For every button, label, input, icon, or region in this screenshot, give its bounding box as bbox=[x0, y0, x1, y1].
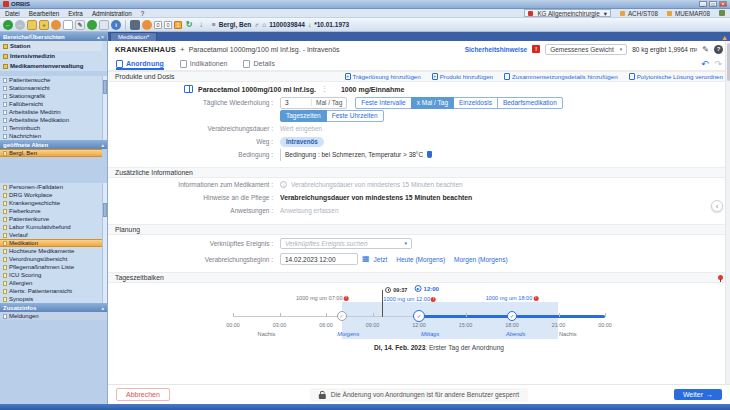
sidebar-item-patientensuche[interactable]: Patientensuche bbox=[0, 76, 102, 84]
sidebar-item-fieberkurve[interactable]: Fieberkurve bbox=[0, 207, 102, 215]
panel-collapse-icon[interactable]: ▴ × bbox=[97, 34, 104, 40]
sidebar-item-pflegemassnahmen-liste[interactable]: Pflegemaßnahmen Liste bbox=[0, 263, 102, 271]
mode-feste-uhrzeiten-button[interactable]: Feste Uhrzeiten bbox=[326, 110, 384, 122]
folder-new-icon[interactable]: + bbox=[39, 20, 49, 30]
dose-marker-1800[interactable]: ✓ bbox=[507, 311, 517, 321]
sidebar-item-alerts-patientenansicht[interactable]: Alerts: Patientenansicht bbox=[0, 287, 102, 295]
dose-marker-1200[interactable]: ✓ bbox=[413, 310, 425, 322]
sidebar-item-patientenkurve[interactable]: Patientenkurve bbox=[0, 215, 102, 223]
add-carrier-solution-button[interactable]: +Trägerlösung hinzufügen bbox=[345, 73, 421, 80]
download-icon[interactable]: ↓ bbox=[196, 20, 206, 30]
department-select[interactable]: KG Allgemeinchirurgie ▾ bbox=[524, 9, 610, 17]
sidebar-item-stationsgrafik[interactable]: Stationsgrafik bbox=[0, 92, 102, 100]
sidebar-item-drg-workplace[interactable]: DRG Workplace bbox=[0, 191, 102, 199]
sidebar-item-verlauf[interactable]: Verlauf bbox=[0, 231, 102, 239]
folder-open-icon[interactable] bbox=[27, 20, 37, 30]
counter-badge-2[interactable]: 0 bbox=[164, 21, 172, 29]
workstation-icon[interactable] bbox=[130, 20, 140, 30]
collapse-panel-button[interactable]: ‹ bbox=[711, 200, 723, 212]
mode-tageszeiten-button[interactable]: Tageszeiten bbox=[280, 110, 327, 122]
tab-indikationen[interactable]: Indikationen bbox=[180, 57, 228, 70]
linked-event-select[interactable]: Verknüpftes Ereignis suchen ▾ bbox=[280, 238, 412, 249]
menu-help[interactable]: ? bbox=[141, 10, 145, 17]
tab-anordnung[interactable]: Anordnung bbox=[116, 57, 164, 70]
menu-administration[interactable]: Administration bbox=[92, 10, 132, 17]
help-icon[interactable]: ? bbox=[714, 45, 723, 54]
print-icon[interactable] bbox=[99, 20, 109, 30]
sidebar-item-verordnungsuebersicht[interactable]: Verordnungsübersicht bbox=[0, 255, 102, 263]
dose-warning-icon[interactable]: ! bbox=[431, 297, 436, 302]
team-icon[interactable] bbox=[142, 20, 152, 30]
weight-mode-select[interactable]: Gemessenes Gewicht ▾ bbox=[545, 44, 627, 55]
sidebar-item-arbeitsliste-medizin[interactable]: Arbeitsliste Medizin bbox=[0, 108, 102, 116]
sidebar-item-labor-kumulativbefund[interactable]: Labor Kumulativbefund bbox=[0, 223, 102, 231]
instructions-input[interactable]: Anweisung erfassen bbox=[280, 207, 339, 214]
sidebar-item-personen-falldaten[interactable]: Personen-/Falldaten bbox=[0, 183, 102, 191]
mode-bedarfsmedikation-button[interactable]: Bedarfsmedikation bbox=[497, 97, 563, 109]
menu-extra[interactable]: Extra bbox=[68, 10, 83, 17]
sidebar-open-files-header[interactable]: geöffnete Akten ▴ bbox=[0, 140, 107, 149]
refresh-icon[interactable]: ↻ bbox=[184, 20, 194, 30]
sidebar-item-meldungen[interactable]: Meldungen bbox=[0, 312, 102, 320]
patient-search-icon[interactable] bbox=[51, 20, 61, 30]
cancel-button[interactable]: Abbrechen bbox=[116, 388, 170, 401]
route-chip[interactable]: Intravenös bbox=[280, 137, 324, 147]
pin-icon[interactable] bbox=[718, 275, 723, 280]
open-file-bergl-ben[interactable]: Bergl, Ben bbox=[0, 149, 102, 157]
panel-collapse-icon[interactable]: ▴ bbox=[101, 305, 104, 311]
sidebar-item-krankengeschichte[interactable]: Krankengeschichte bbox=[0, 199, 102, 207]
edit-document-icon[interactable]: ✎ bbox=[75, 20, 85, 30]
sidebar-item-stationsansicht[interactable]: Stationsansicht bbox=[0, 84, 102, 92]
info-icon[interactable]: i bbox=[111, 20, 121, 30]
sidebar-item-falluebersicht[interactable]: Fallübersicht bbox=[0, 100, 102, 108]
duration-input[interactable]: Wert eingeben bbox=[280, 125, 322, 132]
sidebar-item-intensivmedizin[interactable]: Intensivmedizin bbox=[0, 51, 102, 61]
sidebar-areas-header[interactable]: Bereiche/Übersichten ▴ × bbox=[0, 32, 107, 41]
sidebar-item-nachrichten[interactable]: Nachrichten bbox=[0, 132, 102, 140]
back-icon[interactable]: ← bbox=[3, 20, 13, 30]
sidebar-item-medikation[interactable]: Medikation bbox=[0, 239, 102, 247]
start-tomorrow-morning-link[interactable]: Morgen (Morgens) bbox=[454, 256, 507, 263]
start-datetime-input[interactable]: 14.02.2023 12:00 bbox=[280, 253, 358, 265]
sidebar-extra-header[interactable]: Zusatzinfos ▴ bbox=[0, 303, 107, 312]
calendar-icon[interactable]: ▦ bbox=[362, 255, 370, 263]
clock-icon[interactable] bbox=[87, 20, 97, 30]
redo-icon[interactable]: ↷ bbox=[714, 59, 722, 69]
next-button[interactable]: Weiter→ bbox=[674, 389, 722, 400]
panel-collapse-icon[interactable]: ▴ bbox=[101, 142, 104, 148]
new-document-icon[interactable] bbox=[63, 20, 73, 30]
dose-warning-icon[interactable]: ! bbox=[533, 296, 538, 301]
mode-feste-intervalle-button[interactable]: Feste Intervalle bbox=[355, 97, 411, 109]
add-composition-details-button[interactable]: Zusammensetzungsdetails hinzufügen bbox=[504, 73, 618, 80]
sidebar-item-station[interactable]: Station bbox=[0, 41, 102, 51]
tab-details[interactable]: Details bbox=[243, 57, 274, 70]
counter-badge-3[interactable]: 1 bbox=[174, 21, 182, 29]
mode-x-mal-tag-button[interactable]: x Mal / Tag bbox=[411, 97, 454, 109]
safety-alert-icon[interactable]: ! bbox=[532, 45, 540, 53]
counter-badge-1[interactable]: 0 bbox=[154, 21, 162, 29]
sidebar-item-icu-scoring[interactable]: ICU Scoring bbox=[0, 271, 102, 279]
key-icon[interactable] bbox=[719, 10, 725, 16]
user-indicator[interactable]: MUEMAR08 bbox=[667, 10, 710, 17]
menu-datei[interactable]: Datei bbox=[5, 10, 20, 17]
dose-marker-0700[interactable]: ✓ bbox=[337, 311, 347, 321]
condition-input[interactable]: Bedingung : bei Schmerzen, Temperatur > … bbox=[280, 149, 423, 161]
sidebar-item-hochteure-medikamente[interactable]: Hochteure Medikamente bbox=[0, 247, 102, 255]
start-today-morning-link[interactable]: Heute (Morgens) bbox=[396, 256, 445, 263]
minimize-button[interactable]: _ bbox=[699, 1, 707, 7]
mode-einzeldosis-button[interactable]: Einzeldosis bbox=[453, 97, 498, 109]
edit-weight-icon[interactable]: ✎ bbox=[702, 45, 709, 54]
close-button[interactable]: × bbox=[719, 1, 727, 7]
sidebar-item-medikamentenverwaltung[interactable]: Medikamentenverwaltung bbox=[0, 61, 102, 71]
repeat-count-input[interactable]: 3 Mal / Tag bbox=[280, 97, 347, 109]
sidebar-scrollbar[interactable] bbox=[102, 76, 107, 140]
add-product-button[interactable]: +Produkt hinzufügen bbox=[432, 73, 493, 80]
add-icon[interactable]: + bbox=[180, 45, 185, 54]
start-now-link[interactable]: Jetzt bbox=[374, 256, 388, 263]
station-indicator[interactable]: ACH/ST08 bbox=[620, 10, 658, 17]
product-menu-icon[interactable]: ⋮ bbox=[321, 85, 328, 93]
prescribe-polyionic-solution-button[interactable]: Polyionische Lösung verordnen bbox=[629, 73, 723, 80]
sidebar-scrollbar[interactable] bbox=[102, 183, 107, 303]
maximize-button[interactable]: □ bbox=[709, 1, 717, 7]
tab-medikation[interactable]: Medikation* bbox=[110, 32, 157, 41]
